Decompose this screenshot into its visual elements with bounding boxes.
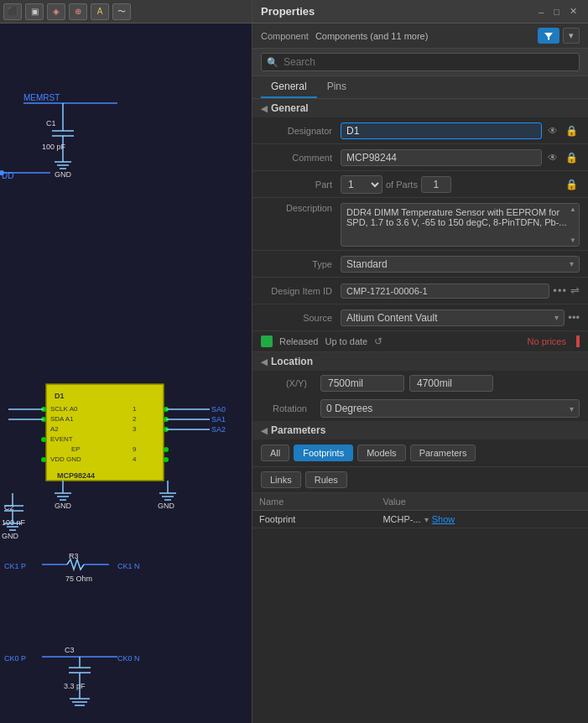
svg-text:VDD GND: VDD GND	[50, 455, 81, 463]
svg-text:C3: C3	[65, 646, 75, 654]
designator-eye-icon[interactable]: 👁	[546, 123, 559, 138]
toolbar-btn-1[interactable]: ⬛	[3, 3, 22, 20]
description-label: Description	[261, 203, 341, 213]
schematic-area: ⬛ ▣ ◈ ⊕ A 〜 MEMRST C1 100 pF GND	[0, 0, 252, 723]
param-table-header-row: Name Value	[252, 493, 588, 511]
source-value: Altium Content Vault ▾ •••	[341, 309, 580, 326]
svg-text:EP: EP	[71, 445, 81, 453]
svg-text:EVENT: EVENT	[50, 435, 73, 443]
filter-button[interactable]	[538, 28, 559, 44]
design-id-row: ••• ⇌	[341, 283, 580, 299]
panel-title: Properties	[261, 5, 315, 18]
xy-row: (X/Y)	[252, 371, 588, 396]
design-id-swap-btn[interactable]: ⇌	[570, 284, 580, 297]
search-bar: 🔍	[252, 49, 588, 76]
part-row: Part 1 of Parts 1 🔒	[252, 171, 588, 198]
svg-text:1: 1	[133, 405, 137, 413]
param-tab-footprints[interactable]: Footprints	[294, 445, 353, 461]
footprint-show-link[interactable]: Show	[432, 514, 455, 524]
part-lock-icon[interactable]: 🔒	[564, 177, 580, 192]
param-footprint-value-cell: MCHP-... ▾ Show	[382, 514, 581, 524]
svg-text:75 Ohm: 75 Ohm	[65, 575, 92, 583]
scroll-up-icon[interactable]: ▲	[570, 205, 576, 213]
designator-label: Designator	[261, 126, 341, 136]
param-tab-all[interactable]: All	[261, 445, 289, 461]
location-section-arrow: ◀	[261, 357, 268, 367]
tab-pins[interactable]: Pins	[317, 76, 356, 98]
location-section-header[interactable]: ◀ Location	[252, 352, 588, 371]
panel-header: Properties – □ ✕	[252, 0, 588, 23]
comment-eye-icon[interactable]: 👁	[546, 150, 559, 165]
general-section-header[interactable]: ◀ General	[252, 99, 588, 117]
type-select-arrow: ▾	[570, 259, 574, 268]
x-input[interactable]	[320, 375, 404, 392]
y-input[interactable]	[409, 375, 493, 392]
param-tab-parameters[interactable]: Parameters	[410, 445, 476, 461]
svg-text:CK1 N: CK1 N	[117, 562, 140, 570]
part-select[interactable]: 1	[341, 175, 382, 194]
toolbar-btn-6[interactable]: 〜	[112, 3, 131, 20]
designator-input[interactable]	[341, 122, 542, 139]
design-id-dots-btn[interactable]: •••	[553, 284, 567, 297]
general-section-arrow: ◀	[261, 104, 268, 113]
svg-text:100 pF: 100 pF	[42, 143, 66, 151]
type-row: Type Standard ▾	[252, 251, 588, 278]
designator-lock-icon[interactable]: 🔒	[564, 123, 580, 138]
panel-window-controls: – □ ✕	[536, 5, 580, 18]
param-footprint-val-text: MCHP-...	[382, 514, 420, 524]
svg-text:CK0 N: CK0 N	[117, 654, 140, 663]
status-row: Released Up to date ↺ No prices	[252, 331, 588, 352]
comment-lock-icon[interactable]: 🔒	[564, 150, 580, 165]
parameters-sub-tabs: Links Rules	[252, 467, 588, 493]
source-select[interactable]: Altium Content Vault ▾	[341, 309, 565, 326]
toolbar-btn-3[interactable]: ◈	[47, 3, 65, 20]
rotation-select[interactable]: 0 Degrees ▾	[320, 399, 580, 418]
parameters-table: Name Value Footprint MCHP-... ▾ Show	[252, 493, 588, 528]
type-select-text: Standard	[346, 258, 388, 270]
svg-text:GND: GND	[2, 532, 19, 540]
search-input[interactable]	[261, 53, 580, 71]
rotation-value: 0 Degrees	[326, 403, 372, 414]
svg-point-37	[41, 437, 46, 442]
description-scroll[interactable]: ▲ ▼	[567, 204, 579, 246]
svg-text:100 nF: 100 nF	[2, 518, 26, 527]
param-col-name: Name	[252, 493, 376, 511]
xy-label: (X/Y)	[261, 378, 315, 388]
design-id-input[interactable]	[341, 283, 549, 299]
param-col-value: Value	[376, 493, 588, 511]
scroll-down-icon[interactable]: ▼	[570, 237, 576, 244]
svg-text:D1: D1	[55, 392, 65, 400]
rotation-label: Rotation	[261, 403, 315, 414]
comment-input[interactable]	[341, 149, 542, 166]
maximize-btn[interactable]: □	[551, 6, 562, 18]
minimize-btn[interactable]: –	[536, 6, 546, 18]
svg-point-43	[164, 457, 169, 462]
svg-text:GND: GND	[55, 170, 72, 179]
param-sub-tab-rules[interactable]: Rules	[305, 471, 347, 488]
type-select[interactable]: Standard ▾	[341, 256, 580, 273]
toolbar-btn-2[interactable]: ▣	[25, 3, 44, 20]
toolbar-btn-5[interactable]: A	[91, 3, 109, 20]
component-dropdown-btn[interactable]: ▾	[563, 28, 580, 44]
tab-general[interactable]: General	[261, 76, 317, 98]
source-dots-btn[interactable]: •••	[568, 311, 580, 324]
parameters-section-header[interactable]: ◀ Parameters	[252, 421, 588, 440]
general-section-label: General	[271, 102, 309, 114]
svg-text:SA2: SA2	[211, 425, 226, 434]
param-tab-models[interactable]: Models	[357, 445, 405, 461]
param-row-footprint: Footprint MCHP-... ▾ Show	[252, 511, 588, 528]
toolbar-btn-4[interactable]: ⊕	[69, 3, 87, 20]
part-value: 1 of Parts 1 🔒	[341, 175, 580, 194]
footprint-dropdown-icon[interactable]: ▾	[424, 515, 429, 524]
svg-point-38	[41, 457, 46, 462]
svg-text:CK1 P: CK1 P	[4, 562, 26, 570]
part-of-label: of Parts	[386, 179, 418, 190]
location-section-label: Location	[271, 356, 313, 367]
description-text: DDR4 DIMM Temperature Sensor with EEPROM…	[346, 207, 567, 227]
refresh-icon[interactable]: ↺	[374, 335, 382, 347]
panel-body[interactable]: ◀ General Designator 👁 🔒 Comment 👁 🔒 Par…	[252, 99, 588, 723]
no-prices-text: No prices	[528, 336, 566, 346]
close-btn[interactable]: ✕	[567, 5, 580, 18]
param-sub-tab-links[interactable]: Links	[261, 471, 301, 488]
part-label: Part	[261, 179, 341, 190]
